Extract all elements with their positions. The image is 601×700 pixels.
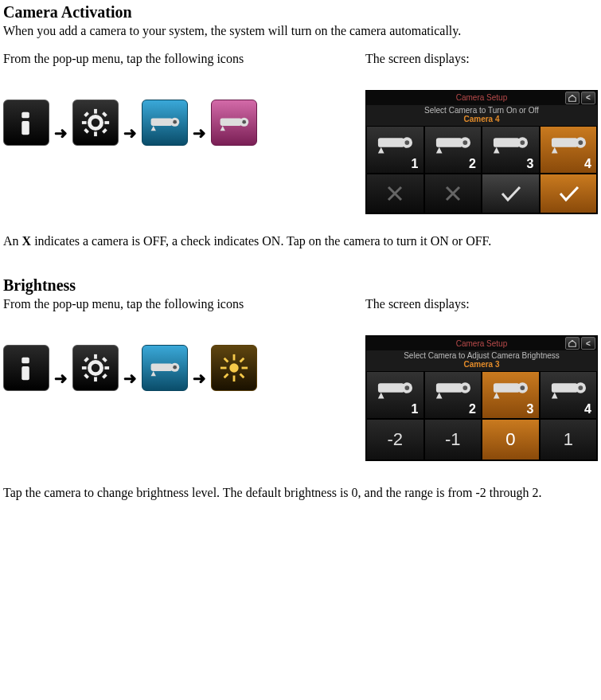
- activation-screen: Camera Setup < Select Camera to Turn On …: [365, 90, 598, 214]
- camera-off-indicator[interactable]: [424, 174, 482, 213]
- back-icon[interactable]: <: [581, 337, 595, 350]
- camera-tile-4[interactable]: 4: [540, 371, 598, 419]
- svg-rect-24: [21, 366, 29, 380]
- brightness-level[interactable]: 0: [482, 419, 540, 460]
- popup-instruction: From the pop-up menu, tap the following …: [3, 51, 365, 68]
- camera-tile-2[interactable]: 2: [424, 126, 482, 174]
- arrow-icon: ➜: [54, 123, 68, 143]
- arrow-icon: ➜: [123, 369, 137, 388]
- heading-camera-activation: Camera Activation: [3, 3, 598, 22]
- activation-note: An X indicates a camera is OFF, a check …: [3, 233, 598, 250]
- camera-tile-1[interactable]: 1: [366, 126, 424, 174]
- home-icon[interactable]: [565, 92, 580, 104]
- brightness-level[interactable]: 1: [540, 419, 598, 460]
- camera-tile-3[interactable]: 3: [482, 371, 540, 419]
- screen-displays-label: The screen displays:: [365, 51, 598, 68]
- selected-camera-label: Camera 4: [366, 115, 597, 126]
- info-icon[interactable]: [3, 100, 49, 146]
- screen-title: Camera Setup: [456, 93, 507, 102]
- intro-text: When you add a camera to your system, th…: [3, 23, 598, 40]
- screen-subtitle: Select Camera to Turn On or Off: [366, 105, 597, 115]
- arrow-icon: ➜: [123, 123, 137, 143]
- home-icon[interactable]: [565, 337, 580, 350]
- popup-instruction: From the pop-up menu, tap the following …: [3, 296, 365, 313]
- screen-displays-label: The screen displays:: [365, 296, 598, 313]
- brightness-icon[interactable]: [211, 345, 257, 391]
- gear-icon[interactable]: [72, 345, 119, 391]
- camera-tile-2[interactable]: 2: [424, 371, 482, 419]
- screen-title: Camera Setup: [456, 339, 507, 348]
- brightness-level[interactable]: -1: [424, 419, 482, 460]
- camera-setup-icon[interactable]: [142, 345, 188, 391]
- arrow-icon: ➜: [54, 369, 68, 388]
- camera-on-indicator[interactable]: [482, 174, 540, 213]
- camera-tile-1[interactable]: 1: [366, 371, 424, 419]
- camera-tile-3[interactable]: 3: [482, 126, 540, 174]
- camera-off-indicator[interactable]: [366, 174, 424, 213]
- brightness-screen: Camera Setup < Select Camera to Adjust C…: [365, 335, 598, 461]
- brightness-note: Tap the camera to change brightness leve…: [3, 485, 598, 502]
- selected-camera-label: Camera 3: [366, 360, 597, 371]
- heading-brightness: Brightness: [3, 276, 598, 295]
- svg-rect-22: [21, 121, 29, 135]
- svg-rect-23: [21, 358, 29, 364]
- svg-rect-21: [21, 111, 29, 118]
- camera-activation-icon[interactable]: [211, 100, 257, 146]
- icon-sequence-brightness: ➜ ➜ ➜: [3, 345, 365, 391]
- back-icon[interactable]: <: [581, 92, 595, 104]
- info-icon[interactable]: [3, 345, 49, 391]
- screen-subtitle: Select Camera to Adjust Camera Brightnes…: [366, 350, 597, 360]
- camera-on-indicator[interactable]: [540, 174, 598, 213]
- camera-setup-icon[interactable]: [142, 100, 188, 146]
- camera-tile-4[interactable]: 4: [540, 126, 598, 174]
- arrow-icon: ➜: [193, 123, 206, 143]
- gear-icon[interactable]: [72, 100, 119, 146]
- brightness-level[interactable]: -2: [366, 419, 424, 460]
- arrow-icon: ➜: [193, 369, 206, 388]
- icon-sequence-activation: ➜ ➜ ➜: [3, 100, 365, 146]
